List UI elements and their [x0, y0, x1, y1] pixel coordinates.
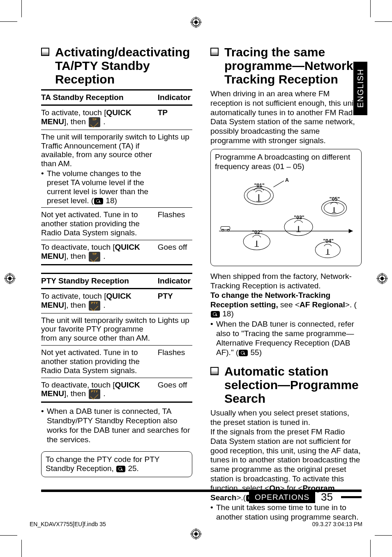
cell-text: To activate, touch [ — [41, 292, 106, 300]
cell-text: ], then — [64, 301, 88, 309]
cell-text: Goes off — [158, 240, 192, 265]
diagram-caption: Programme A broadcasting on different fr… — [215, 153, 357, 172]
table-row: To deactivate, touch [QUICK MENU], then … — [41, 240, 192, 265]
cell-text: To activate, touch [ — [41, 108, 106, 117]
paragraph: When driving in an area where FM recepti… — [210, 89, 362, 146]
square-bullet-icon — [210, 48, 219, 56]
print-footer: EN_KDAVX7755[EU]f.indb 35 09.3.27 3:04:1… — [30, 521, 362, 527]
svg-text:"02": "02" — [252, 230, 263, 235]
pty-toggle-icon: PTY — [89, 301, 100, 311]
page-footer: OPERATIONS 35 — [41, 490, 362, 504]
cell-text: TP — [158, 108, 168, 117]
list-item: When the DAB tuner is connected, refer a… — [216, 320, 362, 357]
cell-text: Flashes — [158, 208, 192, 240]
crop-mark — [370, 0, 371, 17]
cell-text: The unit will temporarily switch to Traf… — [41, 132, 156, 168]
table-row: To activate, touch [QUICK MENU], then PT… — [41, 288, 192, 313]
cell-text: Goes off — [158, 378, 192, 402]
svg-point-4 — [194, 21, 198, 24]
square-bullet-icon — [210, 367, 219, 375]
cell-text: To deactivate, touch [ — [41, 381, 115, 389]
heading-text: Tracing the same programme—Network-Track… — [224, 45, 357, 86]
footer-section-label: OPERATIONS — [249, 492, 315, 503]
tp-toggle-icon: TP — [89, 252, 100, 262]
svg-text:"04": "04" — [323, 238, 334, 244]
registration-mark-icon — [190, 16, 202, 28]
diagram-svg-icon: "01" A "02" — [215, 171, 357, 262]
pty-toggle-icon: PTY — [89, 389, 100, 399]
ta-standby-table: TA Standby Reception Indicator To activa… — [41, 89, 192, 265]
reference-icon — [116, 466, 125, 472]
paragraph: To change the Network-Tracking Reception… — [210, 291, 362, 319]
svg-marker-21 — [349, 229, 353, 233]
cell-text: Not yet activated. Tune in to another st… — [41, 208, 158, 240]
cell-text: Lights up — [158, 130, 192, 208]
heading-text: Activating/deactivating TA/PTY Standby R… — [55, 45, 190, 86]
crop-mark — [375, 535, 392, 536]
cell-text: ], then — [64, 252, 88, 260]
cell-text: PTY — [158, 292, 173, 300]
table-header: PTY Standby Reception — [41, 273, 158, 288]
table-row: Not yet activated. Tune in to another st… — [41, 346, 192, 378]
svg-text:"05": "05" — [330, 197, 340, 202]
section-heading-ta-pty: Activating/deactivating TA/PTY Standby R… — [41, 45, 192, 86]
page-number: 35 — [321, 491, 333, 504]
crop-mark — [21, 0, 22, 17]
reference-icon — [239, 350, 248, 356]
paragraph: When shipped from the factory, Network-T… — [210, 272, 362, 291]
note-text: To change the PTY code for PTY Standby R… — [46, 455, 159, 473]
crop-mark — [370, 540, 371, 557]
table-header: TA Standby Reception — [41, 90, 158, 105]
tp-toggle-icon: TP — [89, 117, 100, 127]
print-file-name: EN_KDAVX7755[EU]f.indb 35 — [30, 521, 106, 527]
cell-text: ], then — [64, 389, 88, 398]
note-box: To change the PTY code for PTY Standby R… — [41, 451, 192, 478]
table-row: To deactivate, touch [QUICK MENU], then … — [41, 378, 192, 402]
registration-mark-icon — [4, 273, 16, 284]
table-row: Not yet activated. Tune in to another st… — [41, 208, 192, 240]
cell-text: ], then — [64, 117, 88, 126]
table-header: Indicator — [158, 90, 192, 105]
svg-point-19 — [194, 532, 198, 536]
crop-mark — [0, 535, 17, 536]
print-timestamp: 09.3.27 3:04:13 PM — [312, 521, 362, 527]
crop-mark — [21, 540, 22, 557]
svg-text:"03": "03" — [294, 215, 304, 220]
cell-text: To deactivate, touch [ — [41, 243, 115, 251]
svg-text:"01": "01" — [254, 183, 265, 188]
table-header: Indicator — [158, 273, 192, 288]
registration-mark-icon — [190, 528, 202, 540]
reference-icon — [94, 198, 103, 204]
cell-text: Flashes — [158, 346, 192, 378]
section-heading-programme-search: Automatic station selection—Programme Se… — [210, 364, 362, 405]
section-heading-network-tracking: Tracing the same programme—Network-Track… — [210, 45, 362, 86]
network-diagram: Programme A broadcasting on different fr… — [210, 149, 362, 266]
paragraph: Usually when you select preset stations,… — [210, 408, 362, 427]
cell-text: The unit will temporarily switch to your… — [41, 313, 158, 346]
svg-point-9 — [8, 277, 12, 280]
square-bullet-icon — [41, 48, 49, 56]
cell-text: Lights up — [158, 313, 192, 346]
crop-mark — [375, 21, 392, 22]
cell-text: Not yet activated. Tune in to another st… — [41, 346, 158, 378]
list-item: The unit takes some time to tune in to a… — [216, 503, 362, 522]
list-item: When a DAB tuner is connected, TA Standb… — [47, 407, 192, 444]
footer-stub-icon — [341, 496, 362, 498]
heading-text: Automatic station selection—Programme Se… — [224, 364, 359, 405]
reference-icon — [211, 311, 220, 318]
table-row: The unit will temporarily switch to your… — [41, 313, 192, 346]
table-row: The unit will temporarily switch to Traf… — [41, 130, 192, 208]
cell-text: 18 — [106, 196, 114, 205]
svg-point-14 — [380, 277, 384, 280]
crop-mark — [0, 21, 17, 22]
registration-mark-icon — [376, 273, 388, 284]
svg-line-30 — [273, 181, 284, 187]
table-row: To activate, touch [QUICK MENU], then TP… — [41, 105, 192, 130]
svg-text:A: A — [285, 177, 289, 183]
note-text: 25. — [128, 464, 138, 473]
pty-standby-table: PTY Standby Reception Indicator To activ… — [41, 273, 192, 403]
